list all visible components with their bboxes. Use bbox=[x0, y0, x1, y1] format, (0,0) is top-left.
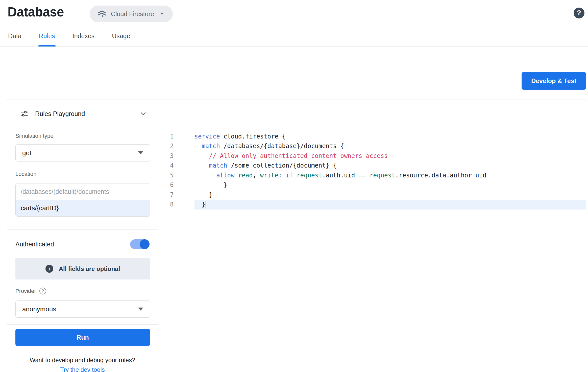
code-text: // Allow only authenticated content owne… bbox=[194, 151, 586, 161]
code-text: match /databases/{database}/documents { bbox=[194, 141, 586, 151]
simulation-type-label: Simulation type bbox=[15, 133, 53, 139]
authenticated-toggle[interactable] bbox=[130, 239, 150, 249]
chevron-down-icon bbox=[139, 110, 147, 118]
firestore-icon bbox=[97, 9, 106, 18]
product-selector[interactable]: Cloud Firestore bbox=[90, 6, 173, 22]
rules-code-editor[interactable]: 1service cloud.firestore {2 match /datab… bbox=[159, 128, 586, 372]
code-text: } bbox=[194, 200, 586, 210]
code-line-6[interactable]: 6 } bbox=[159, 180, 586, 190]
dropdown-caret-icon bbox=[138, 151, 143, 154]
text-cursor bbox=[206, 201, 206, 208]
run-button[interactable]: Run bbox=[15, 329, 150, 346]
line-number: 6 bbox=[159, 180, 194, 190]
info-banner: i All fields are optional bbox=[15, 258, 150, 280]
playground-title: Rules Playground bbox=[35, 110, 139, 118]
code-line-4[interactable]: 4 match /some_collection/{document} { bbox=[159, 161, 586, 171]
code-text: } bbox=[194, 180, 586, 190]
line-number: 2 bbox=[159, 141, 194, 151]
code-text: } bbox=[194, 190, 586, 200]
tab-data[interactable]: Data bbox=[8, 32, 22, 46]
playground-collapse-header[interactable]: Rules Playground bbox=[7, 100, 158, 128]
provider-select[interactable]: anonymous bbox=[15, 300, 150, 318]
develop-test-button[interactable]: Develop & Test bbox=[522, 72, 586, 90]
line-number: 1 bbox=[159, 132, 194, 142]
code-text: allow read, write: if request.auth.uid =… bbox=[194, 171, 586, 180]
location-label: Location bbox=[15, 171, 36, 177]
simulation-type-value: get bbox=[22, 149, 31, 157]
provider-label: Provider bbox=[15, 288, 36, 294]
tab-bar-divider bbox=[0, 46, 588, 47]
tune-icon bbox=[20, 110, 29, 118]
info-icon: i bbox=[45, 265, 53, 273]
dropdown-caret-icon bbox=[138, 308, 143, 311]
code-line-7[interactable]: 7 } bbox=[159, 190, 586, 200]
provider-label-row: Provider ? bbox=[15, 288, 46, 294]
line-number: 5 bbox=[159, 171, 194, 180]
code-lines: 1service cloud.firestore {2 match /datab… bbox=[159, 132, 586, 210]
authenticated-label: Authenticated bbox=[15, 241, 54, 248]
simulation-type-select[interactable]: get bbox=[15, 144, 150, 161]
line-number: 3 bbox=[159, 151, 194, 161]
dev-tools-link[interactable]: Try the dev tools bbox=[7, 366, 158, 372]
rules-playground-panel: Rules Playground Simulation type get Loc… bbox=[7, 100, 158, 372]
code-line-8[interactable]: 8 } bbox=[159, 200, 586, 210]
dev-tools-question: Want to develop and debug your rules? bbox=[7, 357, 158, 364]
code-text: match /some_collection/{document} { bbox=[194, 161, 586, 171]
location-input-group[interactable]: /databases/(default)/documents carts/{ca… bbox=[15, 183, 150, 217]
provider-value: anonymous bbox=[22, 305, 56, 313]
info-banner-text: All fields are optional bbox=[59, 265, 120, 272]
code-line-5[interactable]: 5 allow read, write: if request.auth.uid… bbox=[159, 171, 586, 180]
code-line-3[interactable]: 3 // Allow only authenticated content ow… bbox=[159, 151, 586, 161]
tab-indexes[interactable]: Indexes bbox=[72, 32, 95, 46]
location-input[interactable]: carts/{cartID} bbox=[16, 200, 150, 216]
tab-bar: DataRulesIndexesUsage bbox=[8, 32, 131, 46]
toggle-thumb bbox=[140, 239, 150, 249]
line-number: 4 bbox=[159, 161, 194, 171]
code-line-2[interactable]: 2 match /databases/{database}/documents … bbox=[159, 141, 586, 151]
panel-divider bbox=[7, 229, 158, 230]
tab-rules[interactable]: Rules bbox=[38, 32, 56, 46]
panel-divider bbox=[7, 324, 158, 325]
tab-usage[interactable]: Usage bbox=[111, 32, 131, 46]
line-number: 8 bbox=[159, 200, 194, 210]
location-prefix-placeholder: /databases/(default)/documents bbox=[16, 183, 150, 200]
code-line-1[interactable]: 1service cloud.firestore { bbox=[159, 132, 586, 142]
line-number: 7 bbox=[159, 190, 194, 200]
product-selector-label: Cloud Firestore bbox=[111, 10, 154, 18]
page-title: Database bbox=[8, 5, 64, 19]
help-button[interactable]: ? bbox=[574, 8, 584, 18]
chevron-down-icon bbox=[159, 11, 165, 17]
provider-help-icon[interactable]: ? bbox=[39, 288, 46, 294]
code-text: service cloud.firestore { bbox=[194, 132, 586, 142]
rules-card: Rules Playground Simulation type get Loc… bbox=[7, 100, 586, 372]
